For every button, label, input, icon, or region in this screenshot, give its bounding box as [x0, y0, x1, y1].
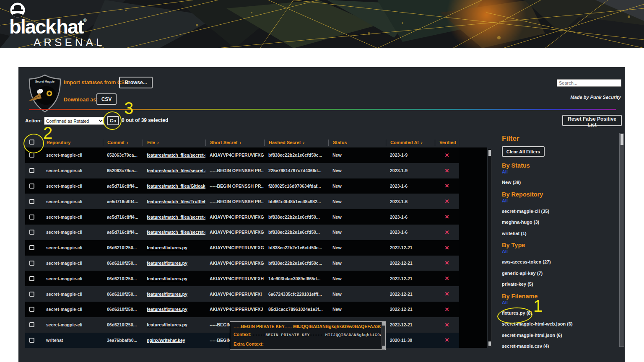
- cell-file-link[interactable]: features/match_files/Trufflehc: [143, 199, 205, 204]
- row-checkbox[interactable]: [29, 230, 34, 235]
- tooltip-scrollbar[interactable]: [382, 322, 385, 349]
- filter-item[interactable]: generic-api-key (7): [502, 271, 625, 276]
- cell-hashed-secret: bf838ec22b2e1e6cfd50...: [264, 230, 328, 235]
- column-header-status: Status: [328, 140, 386, 146]
- cell-repository: secret-magpie-cli: [42, 168, 103, 173]
- cell-commit: 652063c79ca...: [103, 168, 143, 173]
- cell-short-secret: AKIAYVP4CIPPERUVIFXG: [205, 153, 264, 158]
- table-scrollbar-down-arrow[interactable]: [488, 341, 491, 346]
- row-checkbox[interactable]: [29, 168, 34, 173]
- cell-file-link[interactable]: features/match_files/secret-m: [143, 230, 205, 235]
- row-checkbox[interactable]: [29, 245, 34, 250]
- cell-status: New: [328, 215, 386, 220]
- tooltip-context-line: Context: -----BEGIN PRIVATE KEY----- MII…: [234, 332, 381, 337]
- cell-repository: secret-magpie-cli: [42, 261, 103, 266]
- row-checkbox[interactable]: [29, 261, 34, 266]
- cell-short-secret: AKIAYVP4CIPPERUVIFXG: [205, 245, 264, 250]
- cell-file-link[interactable]: features/fixtures.py: [143, 292, 205, 297]
- column-header-commit[interactable]: Commit›: [103, 140, 143, 146]
- tooltip-scroll-up-arrow[interactable]: [382, 322, 385, 326]
- filter-section-title: By Filename: [502, 293, 625, 300]
- cell-hashed-secret: 225e79814797c7d4366d...: [264, 168, 328, 173]
- logo-title: Secret Magpie: [35, 80, 55, 83]
- search-input[interactable]: [557, 79, 621, 87]
- cell-committed-at: 2022-12-21: [386, 276, 435, 281]
- cell-file-link[interactable]: features/match_files/secret-m: [143, 153, 205, 158]
- row-checkbox[interactable]: [29, 292, 34, 297]
- cell-verified-x-icon: ✕: [435, 322, 459, 328]
- sort-chevron-icon[interactable]: ›: [157, 140, 159, 145]
- row-checkbox[interactable]: [29, 322, 34, 327]
- clear-all-filters-button[interactable]: Clear All Filters: [502, 146, 545, 157]
- row-checkbox[interactable]: [29, 307, 34, 312]
- cell-hashed-secret: 14e903b4ac3089cf665d...: [264, 276, 328, 281]
- cell-commit: 3ea76bbafb0...: [103, 338, 143, 343]
- cell-file-link[interactable]: features/match_files/secret-m: [143, 215, 205, 220]
- cell-file-link[interactable]: features/fixtures.py: [143, 276, 205, 281]
- cell-file-link[interactable]: features/match_files/secret-m: [143, 168, 205, 173]
- row-checkbox[interactable]: [29, 215, 34, 220]
- row-checkbox[interactable]: [29, 153, 34, 158]
- filter-item[interactable]: aws-access-token (27): [502, 259, 625, 264]
- tooltip-context-value: -----BEGIN PRIVATE KEY----- MIIJQQIBADAN…: [252, 333, 381, 337]
- filter-section-title: By Status: [502, 162, 625, 169]
- filter-item[interactable]: secret-magpie.csv (4): [502, 344, 625, 348]
- row-checkbox[interactable]: [29, 338, 34, 343]
- rainbow-divider: [29, 109, 616, 110]
- table-scrollbar-thumb[interactable]: [488, 150, 491, 156]
- cell-status: New: [328, 307, 386, 312]
- cell-commit: ae5d716c8ff4...: [103, 215, 143, 220]
- filter-item[interactable]: writehat (1): [502, 231, 625, 236]
- cell-committed-at: 2023-1-9: [386, 168, 435, 173]
- filter-scrollbar-thumb[interactable]: [621, 134, 623, 145]
- filter-item[interactable]: secret-magpie-cli (35): [502, 209, 625, 214]
- tooltip-context-label: Context:: [234, 332, 252, 337]
- row-checkbox[interactable]: [29, 199, 34, 204]
- filter-item[interactable]: secret-magpie-html.json (6): [502, 333, 625, 338]
- filter-item[interactable]: New (39): [502, 180, 625, 185]
- cell-file-link[interactable]: features/match_files/Gitleaks.: [143, 184, 205, 189]
- cell-commit: ae5d716c8ff4...: [103, 230, 143, 235]
- column-header-commited-at[interactable]: Commited At›: [386, 140, 435, 146]
- cell-hashed-secret: bf838ec22b2e1e6cfd50c...: [264, 261, 328, 266]
- secret-magpie-logo: Secret Magpie: [28, 74, 62, 113]
- cell-file-link[interactable]: features/fixtures.py: [143, 322, 205, 327]
- filter-all-link[interactable]: All: [502, 169, 625, 174]
- filter-section: By Type All aws-access-token (27)generic…: [497, 242, 625, 287]
- row-checkbox-cell: [25, 261, 42, 266]
- column-header-file[interactable]: File›: [143, 140, 205, 146]
- cell-file-link[interactable]: features/fixtures.py: [143, 245, 205, 250]
- browse-button[interactable]: Browse...: [119, 77, 153, 88]
- cell-status: New: [328, 153, 386, 158]
- cell-file-link[interactable]: features/fixtures.py: [143, 307, 205, 312]
- column-header-hashed-secret[interactable]: Hashed Secret›: [264, 140, 328, 146]
- cell-hashed-secret: bf838ec22b2e1e6cfd50c...: [264, 245, 328, 250]
- reset-false-positive-button[interactable]: Reset False Positive List: [562, 115, 622, 126]
- filter-item[interactable]: private-key (5): [502, 282, 625, 287]
- sort-chevron-icon[interactable]: ›: [303, 140, 304, 145]
- cell-short-secret: AKIAYVP4CIPPERUVIFXG: [205, 230, 264, 235]
- sort-chevron-icon[interactable]: ›: [127, 140, 128, 145]
- tooltip-scroll-down-arrow[interactable]: [382, 346, 385, 349]
- filter-item[interactable]: meghna-hugo (3): [502, 220, 625, 225]
- filter-all-link[interactable]: All: [502, 198, 625, 203]
- filter-scrollbar[interactable]: [619, 133, 624, 347]
- filter-all-link[interactable]: All: [502, 249, 625, 254]
- cell-repository: secret-magpie-cli: [42, 153, 103, 158]
- cell-repository: secret-magpie-cli: [42, 276, 103, 281]
- column-header-short-secret[interactable]: Short Secret›: [205, 140, 264, 146]
- row-checkbox[interactable]: [29, 184, 34, 189]
- filter-all-link[interactable]: All: [502, 300, 625, 305]
- cell-file-link[interactable]: nginx/writehat.key: [143, 338, 205, 343]
- sort-chevron-icon[interactable]: ›: [421, 140, 423, 145]
- cell-status: New: [328, 292, 386, 297]
- table-scrollbar[interactable]: [488, 149, 492, 347]
- cell-committed-at: 2022-12-21: [386, 292, 435, 297]
- cell-status: New: [328, 184, 386, 189]
- row-checkbox[interactable]: [29, 276, 34, 281]
- csv-download-button[interactable]: CSV: [96, 93, 117, 105]
- action-select[interactable]: Confirmed as Rotated: [44, 117, 104, 125]
- cell-short-secret: -----BEGIN OPENSSH PR...: [205, 199, 264, 204]
- sort-chevron-icon[interactable]: ›: [239, 140, 241, 145]
- cell-file-link[interactable]: features/fixtures.py: [143, 261, 205, 266]
